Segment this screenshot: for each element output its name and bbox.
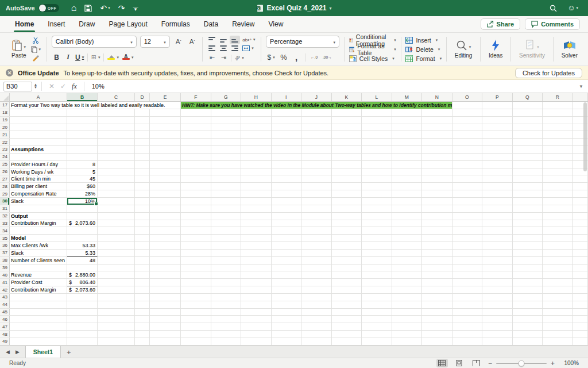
cell-L46[interactable] xyxy=(362,316,392,323)
cell-N32[interactable] xyxy=(422,213,452,220)
row-header-48[interactable]: 48 xyxy=(0,331,10,338)
undo-dropdown-icon[interactable]: ▾ xyxy=(108,0,110,16)
cell-G20[interactable] xyxy=(211,124,242,131)
cell-C18[interactable] xyxy=(98,109,135,116)
cell-E25[interactable] xyxy=(150,161,181,168)
cell-G26[interactable] xyxy=(211,168,242,175)
cell-I23[interactable] xyxy=(272,146,302,153)
cell-J18[interactable] xyxy=(301,109,332,116)
cell-F21[interactable] xyxy=(181,131,211,138)
cell-K32[interactable] xyxy=(332,213,362,220)
row-header-33[interactable]: 33 xyxy=(0,220,10,227)
cell-R36[interactable] xyxy=(543,242,573,249)
cell-M41[interactable] xyxy=(392,279,423,286)
cell-B39[interactable] xyxy=(67,264,98,271)
name-box[interactable]: B30 xyxy=(3,82,32,91)
cell-N38[interactable] xyxy=(422,257,452,264)
cell-M27[interactable] xyxy=(392,175,423,182)
cell-H49[interactable] xyxy=(241,338,272,345)
cell-G24[interactable] xyxy=(211,154,242,160)
cell-F48[interactable] xyxy=(181,331,211,338)
cell-M35[interactable] xyxy=(392,235,423,241)
home-icon[interactable]: ⌂ xyxy=(71,0,77,16)
cell-J37[interactable] xyxy=(301,250,332,256)
cell-Q31[interactable] xyxy=(513,205,543,212)
cell-D45[interactable] xyxy=(135,309,150,316)
cell-L31[interactable] xyxy=(362,205,392,212)
cell-G28[interactable] xyxy=(211,183,242,190)
cell-E33[interactable] xyxy=(150,220,181,227)
row-header-28[interactable]: 28 xyxy=(0,183,10,190)
cell-D37[interactable] xyxy=(135,250,150,256)
cell-P28[interactable] xyxy=(482,183,513,190)
cell-R35[interactable] xyxy=(543,235,573,241)
cell-E44[interactable] xyxy=(150,301,181,308)
cell-N33[interactable] xyxy=(422,220,452,227)
cell-A49[interactable] xyxy=(10,338,67,345)
cell-F24[interactable] xyxy=(181,154,211,160)
cell-J25[interactable] xyxy=(301,161,332,168)
cell-L32[interactable] xyxy=(362,213,392,220)
cell-D21[interactable] xyxy=(135,131,150,138)
cell-F42[interactable] xyxy=(181,286,211,293)
cell-I31[interactable] xyxy=(272,205,302,212)
cell-P24[interactable] xyxy=(482,154,513,160)
cell-N25[interactable] xyxy=(422,161,452,168)
cell-Q37[interactable] xyxy=(513,250,543,256)
row-header-39[interactable]: 39 xyxy=(0,264,10,271)
cell-F39[interactable] xyxy=(181,264,211,271)
cell-O32[interactable] xyxy=(452,213,483,220)
cell-G22[interactable] xyxy=(211,139,242,145)
cell-K25[interactable] xyxy=(332,161,362,168)
cell-B23[interactable] xyxy=(67,146,98,153)
cell-C33[interactable] xyxy=(98,220,135,227)
cell-O43[interactable] xyxy=(452,294,483,301)
title-dropdown-icon[interactable]: ▾ xyxy=(330,6,332,11)
cell-B18[interactable] xyxy=(67,109,98,116)
cell-L27[interactable] xyxy=(362,175,392,182)
cell-C44[interactable] xyxy=(98,301,135,308)
cell-A19[interactable] xyxy=(10,117,67,124)
cell-A21[interactable] xyxy=(10,131,67,138)
cell-H39[interactable] xyxy=(241,264,272,271)
zoom-in-icon[interactable]: + xyxy=(551,360,555,367)
insert-cells-button[interactable]: Insert xyxy=(405,36,442,45)
cell-B22[interactable] xyxy=(67,139,98,145)
underline-button[interactable]: U xyxy=(75,53,85,62)
cell-L30[interactable] xyxy=(362,198,392,205)
cell-G37[interactable] xyxy=(211,250,242,256)
cell-P26[interactable] xyxy=(482,168,513,175)
cell-H25[interactable] xyxy=(241,161,272,168)
cell-M47[interactable] xyxy=(392,323,423,330)
decrease-indent-icon[interactable]: ⇤ xyxy=(207,53,217,62)
cell-N24[interactable] xyxy=(422,154,452,160)
cell-K38[interactable] xyxy=(332,257,362,264)
cell-Q45[interactable] xyxy=(513,309,543,316)
cell-Q19[interactable] xyxy=(513,117,543,124)
cell-J43[interactable] xyxy=(301,294,332,301)
cell-M30[interactable] xyxy=(392,198,423,205)
cell-H38[interactable] xyxy=(241,257,272,264)
cell-H30[interactable] xyxy=(241,198,272,205)
cell-B30[interactable]: 10% xyxy=(67,198,98,205)
format-as-table-button[interactable]: Format as Table xyxy=(349,45,396,54)
cell-P48[interactable] xyxy=(482,331,513,338)
row-header-23[interactable]: 23 xyxy=(0,146,10,153)
cell-R42[interactable] xyxy=(543,286,573,293)
cell-D24[interactable] xyxy=(135,154,150,160)
cell-L38[interactable] xyxy=(362,257,392,264)
comma-format-button[interactable]: , xyxy=(291,53,301,62)
cell-H42[interactable] xyxy=(241,286,272,293)
cell-I19[interactable] xyxy=(272,117,302,124)
cell-Q48[interactable] xyxy=(513,331,543,338)
cell-H18[interactable] xyxy=(241,109,272,116)
cell-H45[interactable] xyxy=(241,309,272,316)
row-header-34[interactable]: 34 xyxy=(0,227,10,234)
cell-I22[interactable] xyxy=(272,139,302,145)
cell-R32[interactable] xyxy=(543,213,573,220)
cell-O28[interactable] xyxy=(452,183,483,190)
paste-dropdown-icon[interactable] xyxy=(22,40,26,51)
cell-Q25[interactable] xyxy=(513,161,543,168)
cell-A24[interactable] xyxy=(10,154,67,160)
row-header-27[interactable]: 27 xyxy=(0,175,10,182)
